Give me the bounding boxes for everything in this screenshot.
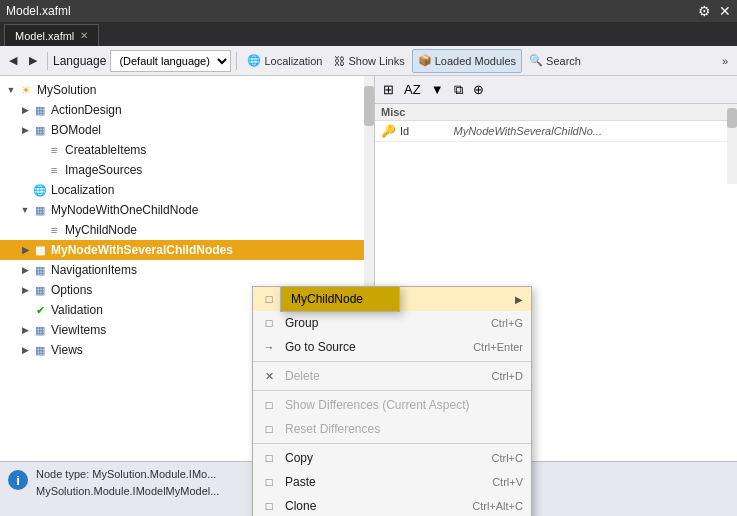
tree-arrow: ▼ [4, 85, 18, 95]
ctx-item-label: Reset Differences [285, 422, 523, 436]
context-menu: □Add...▶□GroupCtrl+G→Go to SourceCtrl+En… [252, 286, 532, 516]
toolbar-sep-2 [236, 52, 237, 70]
props-filter-btn[interactable]: ▼ [427, 79, 448, 101]
localization-label: Localization [264, 55, 322, 67]
ctx-item-shortcut: Ctrl+V [492, 476, 523, 488]
tree-item-label: ViewItems [51, 323, 106, 337]
tree-item[interactable]: ▶▦ActionDesign [0, 100, 374, 120]
search-label: Search [546, 55, 581, 67]
ctx-item-label: Copy [285, 451, 484, 465]
ctx-item-icon: ✕ [261, 368, 277, 384]
tree-arrow: ▶ [18, 265, 32, 275]
props-toolbar: ⊞ AZ ▼ ⧉ ⊕ [375, 76, 737, 104]
back-icon: ◀ [9, 54, 17, 67]
tab-bar: Model.xafml ✕ [0, 22, 737, 46]
props-cell-key: 🔑 Id [375, 121, 448, 141]
props-sort-az-btn[interactable]: AZ [400, 79, 425, 101]
model-tab-label: Model.xafml [15, 30, 74, 42]
tree-item-icon: ≡ [46, 222, 62, 238]
tree-item-label: BOModel [51, 123, 101, 137]
props-copy-btn[interactable]: ⧉ [450, 79, 467, 101]
search-button[interactable]: 🔍 Search [524, 49, 586, 73]
key-icon: 🔑 [381, 124, 396, 138]
tree-item-icon: ▦ [32, 282, 48, 298]
ctx-item-arrow: ▶ [515, 294, 523, 305]
tree-item[interactable]: ▶▦BOModel [0, 120, 374, 140]
ctx-item-shortcut: Ctrl+C [492, 452, 523, 464]
back-button[interactable]: ◀ [4, 49, 22, 73]
ctx-item-label: Paste [285, 475, 484, 489]
main-area: ▼☀MySolution▶▦ActionDesign▶▦BOModel≡Crea… [0, 76, 737, 461]
language-select[interactable]: (Default language) [110, 50, 231, 72]
ctx-separator [253, 361, 531, 362]
search-icon: 🔍 [529, 54, 543, 67]
toolbar-sep-1 [47, 52, 48, 70]
props-table: 🔑 Id MyNodeWithSeveralChildNo... [375, 121, 737, 142]
ctx-separator [253, 443, 531, 444]
status-line1: Node type: MySolution.Module.IMo... [36, 466, 219, 483]
tree-arrow: ▶ [18, 285, 32, 295]
show-links-button[interactable]: ⛓ Show Links [329, 49, 409, 73]
tree-item-label: Options [51, 283, 92, 297]
tree-arrow: ▶ [18, 325, 32, 335]
tree-item[interactable]: ▼▦MyNodeWithOneChildNode [0, 200, 374, 220]
main-toolbar: ◀ ▶ Language (Default language) 🌐 Locali… [0, 46, 737, 76]
tree-arrow: ▶ [18, 245, 32, 255]
props-sort-group-btn[interactable]: ⊞ [379, 79, 398, 101]
settings-icon[interactable]: ⚙ [698, 3, 711, 19]
close-icon[interactable]: ✕ [719, 3, 731, 19]
props-scroll-thumb[interactable] [727, 108, 737, 128]
ctx-item-copy[interactable]: □CopyCtrl+C [253, 446, 531, 470]
tree-item[interactable]: ≡ImageSources [0, 160, 374, 180]
ctx-item-resetDiff: □Reset Differences [253, 417, 531, 441]
tab-close-btn[interactable]: ✕ [80, 30, 88, 41]
tree-item-icon: ▦ [32, 102, 48, 118]
tree-item-label: ActionDesign [51, 103, 122, 117]
ctx-item-icon: □ [261, 315, 277, 331]
tree-item[interactable]: ▶▦MyNodeWithSeveralChildNodes [0, 240, 374, 260]
props-section-misc: Misc [375, 104, 737, 121]
ctx-item-icon: □ [261, 474, 277, 490]
forward-button[interactable]: ▶ [24, 49, 42, 73]
forward-icon: ▶ [29, 54, 37, 67]
tree-item[interactable]: ≡MyChildNode [0, 220, 374, 240]
tree-arrow: ▶ [18, 105, 32, 115]
ctx-item-goToSource[interactable]: →Go to SourceCtrl+Enter [253, 335, 531, 359]
tree-item-icon: ≡ [46, 162, 62, 178]
ctx-item-icon: □ [261, 291, 277, 307]
tree-item[interactable]: ≡CreatableItems [0, 140, 374, 160]
ctx-item-shortcut: Ctrl+Enter [473, 341, 523, 353]
submenu-item-myChildNode[interactable]: MyChildNode [281, 287, 399, 311]
tree-item[interactable]: 🌐Localization [0, 180, 374, 200]
props-paste-btn[interactable]: ⊕ [469, 79, 488, 101]
loaded-modules-button[interactable]: 📦 Loaded Modules [412, 49, 522, 73]
ctx-item-group[interactable]: □GroupCtrl+G [253, 311, 531, 335]
localization-button[interactable]: 🌐 Localization [242, 49, 327, 73]
toolbar-overflow-button[interactable]: » [717, 49, 733, 73]
props-scrollbar[interactable] [727, 104, 737, 184]
tree-item-label: NavigationItems [51, 263, 137, 277]
tree-item-icon: ▦ [32, 122, 48, 138]
link-icon: ⛓ [334, 55, 345, 67]
ctx-item-shortcut: Ctrl+Alt+C [472, 500, 523, 512]
tree-item[interactable]: ▶▦NavigationItems [0, 260, 374, 280]
tree-arrow: ▶ [18, 125, 32, 135]
ctx-item-icon: → [261, 339, 277, 355]
title-bar-left: Model.xafml [6, 4, 71, 18]
ctx-separator [253, 390, 531, 391]
tree-item[interactable]: ▼☀MySolution [0, 80, 374, 100]
globe-icon: 🌐 [247, 54, 261, 67]
tree-item-icon: ✔ [32, 302, 48, 318]
ctx-item-paste[interactable]: □PasteCtrl+V [253, 470, 531, 494]
submenu: MyChildNode [280, 286, 400, 312]
tree-item-icon: ▦ [32, 262, 48, 278]
ctx-item-shortcut: Ctrl+D [492, 370, 523, 382]
ctx-item-shortcut: Ctrl+G [491, 317, 523, 329]
ctx-item-clone[interactable]: □CloneCtrl+Alt+C [253, 494, 531, 516]
ctx-item-label: Show Differences (Current Aspect) [285, 398, 523, 412]
prop-id-label: Id [400, 125, 409, 137]
ctx-item-label: Go to Source [285, 340, 465, 354]
model-tab[interactable]: Model.xafml ✕ [4, 24, 99, 46]
language-label: Language [53, 54, 106, 68]
tree-scroll-thumb[interactable] [364, 86, 374, 126]
